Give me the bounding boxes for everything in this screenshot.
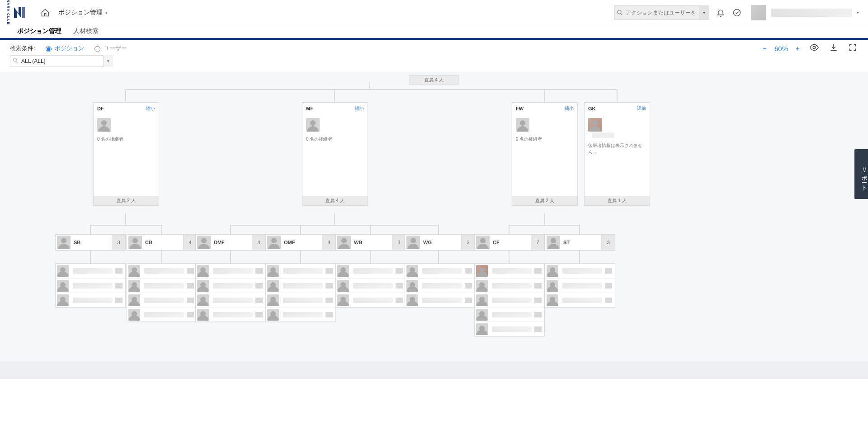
person-icon [128,265,140,277]
person-icon [267,280,279,292]
download-icon[interactable] [829,43,838,54]
list-item[interactable] [56,264,125,278]
type-tag [187,312,194,317]
list-item[interactable] [196,307,265,322]
check-circle-icon[interactable] [732,8,742,18]
list-item[interactable] [336,264,406,278]
list-item[interactable] [127,278,197,293]
position-tile-cb[interactable]: CB4 [127,234,197,251]
leaf-list-wg[interactable] [405,263,475,308]
user-menu[interactable]: ▾ [748,5,862,21]
list-item[interactable] [475,293,544,307]
leaf-list-sb[interactable] [55,263,126,308]
position-tile-omf[interactable]: OMF4 [265,234,336,251]
card-action-link[interactable]: 縮小 [565,105,574,112]
global-search-input[interactable] [625,9,699,16]
list-item[interactable] [545,293,615,307]
type-tag [465,283,472,289]
position-tile-dmf[interactable]: DMF4 [195,234,266,251]
radio-user-input[interactable] [94,46,100,52]
leaf-list-dmf[interactable] [195,263,266,322]
list-item[interactable] [266,293,335,307]
list-item[interactable] [266,307,335,322]
list-item[interactable] [475,264,544,278]
card-action-link[interactable]: 縮小 [146,105,155,112]
home-icon[interactable] [40,8,50,18]
org-chart-canvas[interactable]: 直属 4 人 DF縮小 0 名の後継者 [0,71,868,361]
list-item[interactable] [475,307,544,322]
list-item[interactable] [196,278,265,293]
list-item[interactable] [127,307,197,322]
tab-position-mgmt[interactable]: ポジション管理 [17,27,61,38]
position-card-mf[interactable]: MF縮小 0 名の後継者 直属 4 人 [302,102,368,206]
position-card-df[interactable]: DF縮小 0 名の後継者 直属 2 人 [93,102,159,206]
radio-position[interactable]: ポジション [43,44,84,52]
global-search[interactable]: ▾ [614,5,709,20]
type-tag [255,312,263,317]
list-item[interactable] [56,293,125,307]
radio-user[interactable]: ユーザー [92,44,127,52]
position-tile-wb[interactable]: WB3 [335,234,406,251]
leaf-list-cb[interactable] [127,263,197,322]
member-name-placeholder [422,283,462,289]
card-action-link[interactable]: 詳細 [637,105,646,112]
list-item[interactable] [405,264,475,278]
zoom-out-button[interactable]: － [761,44,768,53]
list-item[interactable] [405,278,475,293]
leaf-list-omf[interactable] [265,263,336,322]
position-tile-wg[interactable]: WG3 [405,234,475,251]
radio-position-input[interactable] [46,46,52,52]
list-item[interactable] [336,278,406,293]
list-item[interactable] [336,293,406,307]
bell-icon[interactable] [716,8,726,18]
position-tile-st[interactable]: ST3 [545,234,615,251]
list-item[interactable] [266,264,335,278]
leaf-list-st[interactable] [545,263,615,308]
position-tile-cf[interactable]: CF7 [474,234,545,251]
support-tab[interactable]: サポート [854,149,868,199]
tab-people-search[interactable]: 人材検索 [73,27,99,38]
member-name-placeholder [353,283,393,289]
list-item[interactable] [475,322,544,336]
list-item[interactable] [545,278,615,293]
scope-select[interactable]: ▾ [10,55,113,67]
card-title: FW [516,106,524,111]
position-tile-sb[interactable]: SB3 [55,234,126,251]
chevron-down-icon[interactable]: ▾ [103,55,113,67]
chevron-down-icon: ▾ [857,10,859,15]
member-name-placeholder [562,268,602,274]
list-item[interactable] [196,293,265,307]
list-item[interactable] [56,278,125,293]
type-tag [187,268,194,274]
type-tag [534,268,542,274]
position-card-fw[interactable]: FW縮小 0 名の後継者 直属 2 人 [512,102,578,206]
expand-icon[interactable] [848,43,857,54]
nav-crumb[interactable]: ポジション管理 ▾ [58,9,108,17]
leaf-list-wb[interactable] [335,263,406,308]
card-title: GK [588,106,596,111]
list-item[interactable] [127,264,197,278]
scope-select-input[interactable] [10,55,113,67]
list-item[interactable] [405,293,475,307]
brand-logo: NARA CLUB [6,0,27,25]
card-action-link[interactable]: 縮小 [355,105,364,112]
list-item[interactable] [545,264,615,278]
person-icon [476,323,488,335]
person-icon [547,265,558,277]
eye-icon[interactable] [809,43,819,55]
list-item[interactable] [475,278,544,293]
list-item[interactable] [196,264,265,278]
leaf-list-cf[interactable] [474,263,545,336]
tile-count: 3 [461,235,475,250]
person-icon [406,265,418,277]
member-name-placeholder [213,312,253,317]
list-item[interactable] [266,278,335,293]
search-dropdown-toggle[interactable]: ▾ [699,5,709,20]
member-name-placeholder [144,268,184,274]
type-tag [187,298,194,303]
member-name-placeholder [353,268,393,274]
person-icon [197,294,209,306]
position-card-gk[interactable]: GK詳細 後継者情報は表示されません... 直属 1 人 [584,102,650,206]
list-item[interactable] [127,293,197,307]
zoom-in-button[interactable]: ＋ [794,44,801,53]
